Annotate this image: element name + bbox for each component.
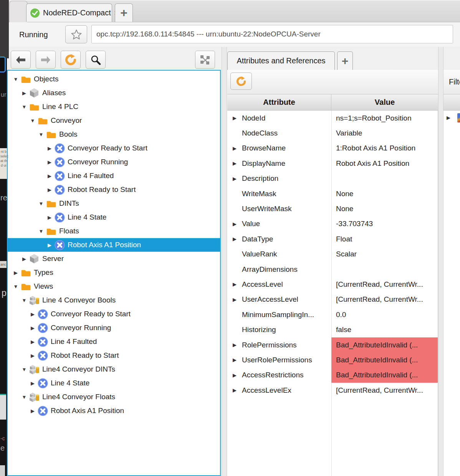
expand-icon[interactable]: ▶ xyxy=(28,325,37,331)
collapse-icon[interactable]: ▼ xyxy=(37,228,45,234)
expand-icon[interactable]: ▶ xyxy=(233,115,242,121)
expand-icon[interactable]: ▶ xyxy=(233,145,242,151)
attribute-row-minimumsamplingin[interactable]: MinimumSamplingIn...0.0 xyxy=(227,307,438,322)
attribute-row-nodeid[interactable]: ▶NodeIdns=1;s=Robot_Position xyxy=(227,111,438,126)
search-button[interactable] xyxy=(86,51,106,69)
collapse-icon[interactable]: ▼ xyxy=(20,367,28,372)
tree-item-conveyor[interactable]: ▼Conveyor xyxy=(8,114,220,127)
expand-icon[interactable]: ▶ xyxy=(20,256,28,262)
attribute-row-accesslevelex[interactable]: ▶AccessLevelEx[CurrentRead, CurrentWr... xyxy=(227,383,438,398)
expand-icon[interactable]: ▶ xyxy=(12,270,20,276)
tree-item-line-4-faulted[interactable]: ▶Line 4 Faulted xyxy=(8,335,220,349)
column-header-value[interactable]: Value xyxy=(331,94,438,110)
tree-item-floats[interactable]: ▼Floats xyxy=(8,224,220,238)
expand-icon[interactable]: ▶ xyxy=(20,90,28,96)
server-url-input[interactable] xyxy=(91,25,453,43)
expand-icon[interactable]: ▶ xyxy=(233,281,242,287)
tree-item-robot-axis-a1-position[interactable]: ▶Robot Axis A1 Position xyxy=(8,238,220,252)
expand-icon[interactable]: ▶ xyxy=(28,408,37,414)
attribute-row-datatype[interactable]: ▶DataTypeFloat xyxy=(227,231,438,246)
expand-icon[interactable]: ▶ xyxy=(28,311,37,317)
expand-icon[interactable]: ▶ xyxy=(233,221,242,227)
tree-item-views[interactable]: ▼Views xyxy=(8,279,220,293)
tree-item-robot-ready-to-start[interactable]: ▶Robot Ready to Start xyxy=(8,183,220,197)
tree-item-objects[interactable]: ▼Objects xyxy=(8,72,220,86)
column-header-attribute[interactable]: Attribute xyxy=(227,94,331,110)
collapse-icon[interactable]: ▼ xyxy=(12,284,20,289)
tree-item-line-4-conveyor-bools[interactable]: ▼Line 4 Conveyor Bools xyxy=(8,293,220,307)
tree-item-robot-axis-a1-position[interactable]: ▶Robot Axis A1 Position xyxy=(8,404,220,418)
tree-item-line4-conveyor-floats[interactable]: ▼Line4 Conveyor Floats xyxy=(8,390,220,404)
expand-icon[interactable]: ▶ xyxy=(45,145,54,151)
attribute-row-browsename[interactable]: ▶BrowseName1:Robot Axis A1 Position xyxy=(227,141,438,156)
expand-icon[interactable]: ▶ xyxy=(45,215,54,220)
attribute-row-value[interactable]: ▶Value-33.703743 xyxy=(227,217,438,231)
expand-icon[interactable]: ▶ xyxy=(233,357,242,363)
collapse-icon[interactable]: ▼ xyxy=(20,298,28,303)
node-graph-button[interactable] xyxy=(195,51,215,69)
tree-item-conveyor-running[interactable]: ▶Conveyor Running xyxy=(8,155,220,169)
attribute-row-nodeclass[interactable]: NodeClassVariable xyxy=(227,126,438,140)
browser-tab-nodered-compact[interactable]: NodeRED-Compact × xyxy=(26,3,112,22)
expand-icon[interactable]: ▶ xyxy=(233,160,242,166)
tree-item-line-4-plc[interactable]: ▼Line 4 PLC xyxy=(8,100,220,114)
collapse-icon[interactable]: ▼ xyxy=(20,104,28,110)
refresh-attributes-button[interactable] xyxy=(230,73,252,90)
collapse-icon[interactable]: ▼ xyxy=(20,394,28,400)
attribute-row-displayname[interactable]: ▶DisplayNameRobot Axis A1 Position xyxy=(227,156,438,171)
collapse-icon[interactable]: ▼ xyxy=(12,76,20,82)
tree-item-conveyor-ready-to-start[interactable]: ▶Conveyor Ready to Start xyxy=(8,141,220,155)
attribute-row-description[interactable]: ▶Description xyxy=(227,171,438,186)
collapse-icon[interactable]: ▼ xyxy=(28,118,37,124)
tree-item-label: Robot Axis A1 Position xyxy=(51,407,124,415)
new-tab-button[interactable]: + xyxy=(115,3,133,22)
attribute-row-rolepermissions[interactable]: ▶RolePermissionsBad_AttributeIdInvalid (… xyxy=(227,337,438,352)
expand-icon[interactable]: ▶ xyxy=(447,115,450,121)
expand-icon[interactable]: ▶ xyxy=(45,242,54,248)
expand-icon[interactable]: ▶ xyxy=(45,187,54,193)
tree-item-conveyor-ready-to-start[interactable]: ▶Conveyor Ready to Start xyxy=(8,307,220,321)
tree-item-line4-conveyor-dints[interactable]: ▼Line4 Conveyor DINTs xyxy=(8,362,220,376)
expand-icon[interactable]: ▶ xyxy=(45,159,54,165)
attribute-row-accessrestrictions[interactable]: ▶AccessRestrictionsBad_AttributeIdInvali… xyxy=(227,368,438,383)
bookmark-button[interactable] xyxy=(65,25,87,43)
expand-icon[interactable]: ▶ xyxy=(233,236,242,242)
tree-item-conveyor-running[interactable]: ▶Conveyor Running xyxy=(8,321,220,335)
attribute-row-valuerank[interactable]: ValueRankScalar xyxy=(227,247,438,262)
expand-icon[interactable]: ▶ xyxy=(45,173,54,179)
tree-item-aliases[interactable]: ▶Aliases xyxy=(8,86,220,100)
expand-icon[interactable]: ▶ xyxy=(233,297,242,302)
expand-icon[interactable]: ▶ xyxy=(233,387,242,393)
new-panel-tab-button[interactable]: + xyxy=(337,51,353,70)
expand-icon[interactable]: ▶ xyxy=(28,339,37,345)
attribute-value: Float xyxy=(336,235,352,243)
attribute-row-accesslevel[interactable]: ▶AccessLevel[CurrentRead, CurrentWr... xyxy=(227,277,438,292)
tree-item-line-4-state[interactable]: ▶Line 4 State xyxy=(8,210,220,224)
tree-item-robot-ready-to-start[interactable]: ▶Robot Ready to Start xyxy=(8,349,220,362)
attribute-row-writemask[interactable]: WriteMaskNone xyxy=(227,186,438,201)
tree-item-bools[interactable]: ▼Bools xyxy=(8,127,220,141)
attribute-row-arraydimensions[interactable]: ArrayDimensions xyxy=(227,262,438,277)
tree-item-dints[interactable]: ▼DINTs xyxy=(8,197,220,210)
expand-icon[interactable]: ▶ xyxy=(28,353,37,359)
panel-splitter-right[interactable] xyxy=(438,47,443,476)
attribute-row-userwritemask[interactable]: UserWriteMaskNone xyxy=(227,201,438,216)
tab-attributes-and-references[interactable]: Attributes and References xyxy=(227,51,335,70)
expand-icon[interactable]: ▶ xyxy=(233,372,242,378)
collapse-icon[interactable]: ▼ xyxy=(37,132,45,137)
attribute-row-useraccesslevel[interactable]: ▶UserAccessLevel[CurrentRead, CurrentWr.… xyxy=(227,292,438,307)
forward-button[interactable] xyxy=(36,51,56,69)
attribute-row-historizing[interactable]: Historizingfalse xyxy=(227,322,438,337)
expand-icon[interactable]: ▶ xyxy=(233,342,242,348)
tree-item-line-4-state[interactable]: ▶Line 4 State xyxy=(8,376,220,390)
expand-icon[interactable]: ▶ xyxy=(28,380,37,386)
tree-item-server[interactable]: ▶Server xyxy=(8,252,220,266)
back-button[interactable] xyxy=(11,51,31,69)
reconnect-button[interactable] xyxy=(61,51,81,69)
tree-item-line-4-faulted[interactable]: ▶Line 4 Faulted xyxy=(8,169,220,183)
attribute-row-userrolepermissions[interactable]: ▶UserRolePermissionsBad_AttributeIdInval… xyxy=(227,352,438,367)
tree-item-types[interactable]: ▶Types xyxy=(8,266,220,279)
collapse-icon[interactable]: ▼ xyxy=(37,201,45,207)
panel-splitter-left[interactable] xyxy=(222,47,227,476)
expand-icon[interactable]: ▶ xyxy=(233,176,242,182)
